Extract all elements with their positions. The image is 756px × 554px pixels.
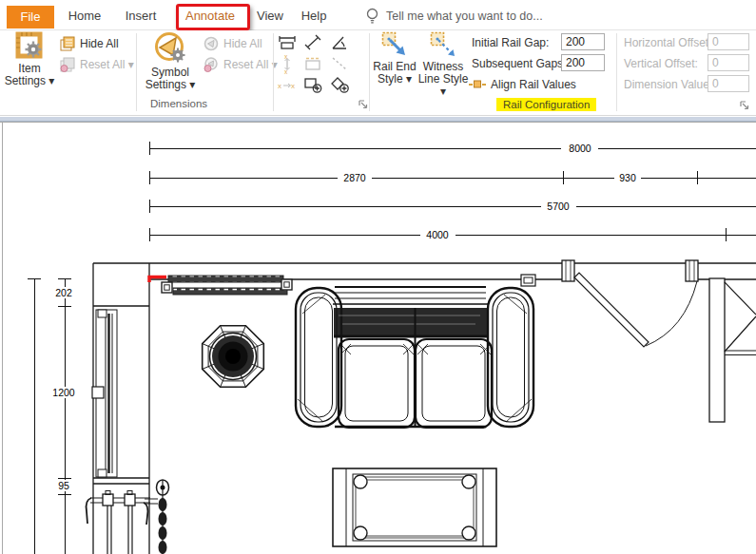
- dim-tool-vertical-icon: xx: [284, 53, 290, 76]
- rail-end-style-label-2: Style ▾: [378, 72, 412, 86]
- window-left[interactable]: [92, 310, 117, 477]
- rail-configuration-group-label: Rail Configuration: [496, 98, 596, 111]
- witness-line-style-label-2: Line Style ▾: [418, 72, 469, 98]
- reset-all-button: Reset All ▾: [60, 56, 134, 73]
- ribbon-separator: [616, 33, 617, 111]
- reset-all-symbols-label: Reset All ▾: [223, 58, 278, 71]
- hide-all-symbols-button: Hide All: [204, 35, 262, 52]
- rail-end-style-icon: [381, 31, 408, 58]
- wall-socket[interactable]: [521, 275, 535, 286]
- dimension-tools-grid: xx x x: [277, 34, 357, 97]
- lightbulb-icon: [365, 8, 379, 26]
- initial-rail-gap-label: Initial Rail Gap:: [472, 34, 549, 51]
- align-rail-values-icon: [469, 80, 486, 89]
- dim-label-202: 202: [55, 287, 72, 298]
- dim-tool-diagonal-icon: [333, 58, 346, 69]
- reset-all-icon: [60, 57, 75, 72]
- right-wall-column[interactable]: [709, 278, 756, 422]
- dim-label-2870: 2870: [343, 172, 366, 183]
- witness-line-style-button[interactable]: Witness Line Style ▾: [417, 31, 470, 98]
- window-handle: [92, 387, 104, 398]
- hide-all-icon: [60, 36, 75, 51]
- dim-tool-rotated-icon[interactable]: [332, 78, 348, 92]
- ribbon-annotate: Item Settings ▾ Hide All Reset All ▾ Sym…: [0, 30, 756, 116]
- dim-rail-4000[interactable]: [149, 228, 756, 241]
- pendant-light[interactable]: [203, 326, 264, 388]
- align-rail-values-button[interactable]: Align Rail Values: [469, 76, 576, 93]
- door-panel: [574, 273, 649, 347]
- symbol-settings-icon: [153, 31, 187, 64]
- reset-all-label: Reset All ▾: [80, 58, 134, 71]
- hide-all-button[interactable]: Hide All: [60, 35, 119, 52]
- vertical-dimension-lines[interactable]: [28, 278, 80, 554]
- floor-plan-svg[interactable]: 8000 2870 930 5700 4000 202 1200 95: [0, 122, 756, 554]
- rail-end-style-button[interactable]: Rail End Style ▾: [372, 31, 417, 86]
- symbol-settings-label-2: Settings ▾: [145, 78, 196, 91]
- door[interactable]: [562, 260, 698, 347]
- walls[interactable]: [93, 263, 756, 554]
- item-settings-label-2: Settings ▾: [5, 74, 55, 87]
- vertical-offset-input: [708, 54, 749, 71]
- hanging-plant[interactable]: [157, 480, 169, 554]
- dimension-value-input: [708, 75, 749, 92]
- item-settings-button[interactable]: Item Settings ▾: [2, 31, 57, 87]
- coffee-table[interactable]: [333, 468, 496, 546]
- hide-all-symbols-icon: [204, 36, 219, 51]
- subsequent-gaps-input[interactable]: [561, 54, 605, 71]
- dim-rail-8000[interactable]: [149, 142, 756, 155]
- sofa[interactable]: [296, 287, 533, 428]
- dim-label-1200: 1200: [52, 387, 75, 398]
- svg-text:x: x: [291, 82, 295, 90]
- dim-tool-angular-icon[interactable]: [333, 37, 346, 48]
- tab-file[interactable]: File: [7, 6, 54, 29]
- dimensions-group-label: Dimensions: [131, 98, 226, 109]
- dim-rail-5700[interactable]: [149, 200, 756, 213]
- dimension-value-label: Dimension Value:: [624, 76, 712, 93]
- hide-all-label: Hide All: [80, 37, 119, 50]
- tab-help[interactable]: Help: [293, 5, 335, 28]
- dimensions-dialog-launcher[interactable]: [358, 99, 369, 110]
- witness-line-style-icon: [430, 31, 456, 58]
- dim-tool-xx-icon: x x: [278, 82, 295, 90]
- ribbon-tab-bar: File Home Insert Annotate View Help Tell…: [0, 0, 756, 30]
- ribbon-separator: [273, 33, 274, 111]
- dim-label-4000: 4000: [426, 229, 449, 240]
- tab-annotate[interactable]: Annotate: [183, 5, 238, 28]
- tell-me-search[interactable]: Tell me what you want to do...: [365, 6, 543, 27]
- symbol-settings-label-1: Symbol: [151, 66, 189, 79]
- group-separator: [369, 33, 370, 111]
- dim-label-95: 95: [58, 480, 69, 491]
- align-rail-values-label: Align Rail Values: [491, 78, 576, 91]
- reset-all-symbols-icon: [204, 57, 219, 72]
- dim-tool-area-icon[interactable]: [305, 79, 321, 92]
- rail-end-style-label-1: Rail End: [373, 60, 416, 73]
- witness-line-style-label-1: Witness: [423, 60, 464, 73]
- dimension-rails: [28, 142, 756, 554]
- symbol-settings-button[interactable]: Symbol Settings ▾: [141, 31, 200, 91]
- dim-label-5700: 5700: [547, 201, 570, 212]
- dim-tool-rectangle-icon: [306, 59, 320, 70]
- subsequent-gaps-label: Subsequent Gaps:: [472, 55, 566, 72]
- dim-tool-aligned-icon[interactable]: [305, 35, 320, 49]
- horizontal-offset-input: [708, 33, 749, 50]
- dim-label-8000: 8000: [569, 143, 591, 154]
- horizontal-offset-label: Horizontal Offset:: [624, 34, 711, 51]
- tab-view[interactable]: View: [249, 5, 291, 28]
- dim-tool-horizontal-icon[interactable]: [280, 36, 295, 48]
- dim-rail-2870-930[interactable]: [149, 171, 756, 184]
- tab-insert[interactable]: Insert: [120, 5, 162, 28]
- radiator-top[interactable]: [162, 276, 292, 295]
- item-settings-icon: [15, 31, 44, 60]
- hide-all-symbols-label: Hide All: [223, 37, 262, 50]
- item-settings-label-1: Item: [18, 62, 40, 75]
- floor-plan-canvas[interactable]: 8000 2870 930 5700 4000 202 1200 95: [0, 122, 756, 554]
- svg-text:x: x: [278, 82, 281, 90]
- initial-rail-gap-input[interactable]: [561, 33, 605, 50]
- rail-configuration-dialog-launcher[interactable]: [739, 100, 750, 111]
- tell-me-label: Tell me what you want to do...: [386, 10, 543, 23]
- tab-home[interactable]: Home: [63, 5, 107, 28]
- reset-all-symbols-button: Reset All ▾: [204, 56, 278, 73]
- radiator-bottom[interactable]: [87, 491, 158, 554]
- door-swing-arc: [646, 281, 697, 346]
- dim-label-930: 930: [619, 172, 636, 183]
